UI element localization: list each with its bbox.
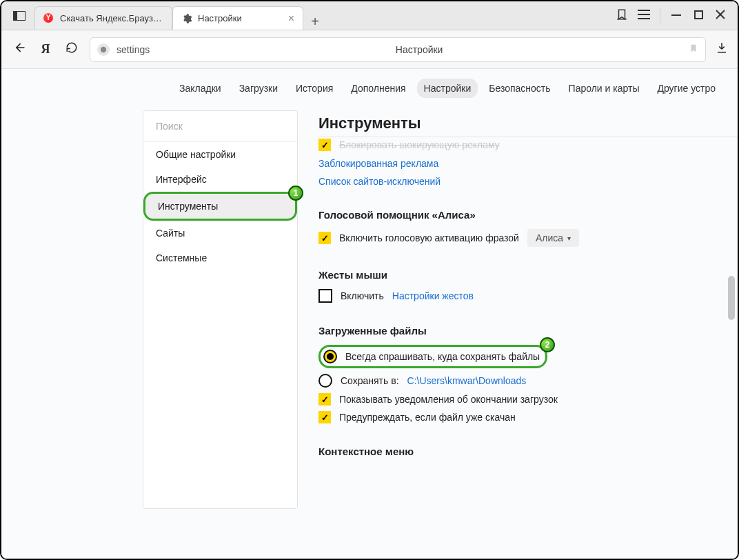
settings-main: Инструменты Блокировать шокирующую рекла… <box>298 108 738 523</box>
nav-bookmarks[interactable]: Закладки <box>172 79 228 98</box>
sidebar-item-interface[interactable]: Интерфейс <box>143 167 297 192</box>
checkbox-warn-dup[interactable] <box>318 411 331 423</box>
svg-rect-5 <box>638 18 650 19</box>
save-to-path-link[interactable]: C:\Users\kmwar\Downloads <box>407 375 527 386</box>
separator <box>660 8 660 23</box>
nav-history[interactable]: История <box>289 79 340 98</box>
address-bar[interactable]: settings Настройки <box>90 37 706 62</box>
radio-always-ask[interactable] <box>323 350 337 363</box>
section-heading-downloads: Загруженные файлы <box>318 325 738 337</box>
block-ads-label: Блокировать шокирующую рекламу <box>339 139 500 150</box>
settings-header-nav: Закладки Загрузки История Дополнения Нас… <box>1 69 738 108</box>
svg-rect-1 <box>13 11 17 21</box>
nav-downloads[interactable]: Загрузки <box>232 79 285 98</box>
nav-security[interactable]: Безопасность <box>482 79 557 98</box>
maximize-button[interactable] <box>692 10 705 21</box>
always-ask-row-highlight: Всегда спрашивать, куда сохранять файлы … <box>318 345 547 368</box>
svg-point-10 <box>101 46 106 52</box>
link-exclusions[interactable]: Список сайтов-исключений <box>318 176 738 187</box>
settings-sidebar: Поиск Общие настройки Интерфейс Инструме… <box>143 110 298 509</box>
warn-dup-label: Предупреждать, если файл уже скачан <box>339 412 516 423</box>
tab-settings[interactable]: Настройки × <box>172 6 303 30</box>
sidebar-search[interactable]: Поиск <box>143 111 297 142</box>
checkbox-checked-icon[interactable] <box>318 139 331 151</box>
minimize-button[interactable] <box>670 10 682 21</box>
svg-rect-6 <box>671 14 681 16</box>
nav-settings[interactable]: Настройки <box>417 79 478 98</box>
url-text: settings <box>117 44 150 55</box>
yandex-favicon: Y <box>43 13 54 24</box>
tab-yandex-download[interactable]: Y Скачать Яндекс.Браузер д <box>34 6 172 30</box>
radio-save-to[interactable] <box>318 374 332 388</box>
svg-rect-3 <box>638 10 650 11</box>
bookmarks-bar-icon[interactable] <box>616 8 628 23</box>
page-title: Инструменты <box>318 114 738 132</box>
sidebar-item-sites[interactable]: Сайты <box>143 221 297 246</box>
sidebar-item-general[interactable]: Общие настройки <box>143 142 297 167</box>
close-icon[interactable]: × <box>288 13 294 24</box>
gear-icon <box>181 13 192 24</box>
sidebar-item-label: Инструменты <box>158 201 218 212</box>
yandex-home-icon[interactable]: Я <box>37 42 54 57</box>
sidebar-toggle-icon[interactable] <box>11 8 28 24</box>
callout-badge-1: 1 <box>288 186 303 201</box>
reload-button[interactable] <box>63 41 80 57</box>
section-heading-mouse: Жесты мыши <box>318 269 738 281</box>
callout-badge-2: 2 <box>540 337 555 352</box>
sidebar-item-system[interactable]: Системные <box>143 246 297 270</box>
save-to-label: Сохранять в: <box>341 375 399 386</box>
tab-title: Настройки <box>198 13 283 23</box>
section-heading-context-menu: Контекстное меню <box>318 446 738 457</box>
block-ads-row: Блокировать шокирующую рекламу <box>318 137 738 151</box>
svg-rect-4 <box>638 14 650 15</box>
link-gesture-settings[interactable]: Настройки жестов <box>392 290 474 301</box>
checkbox-alisa[interactable] <box>318 232 331 244</box>
select-value: Алиса <box>536 232 563 243</box>
sidebar-item-tools[interactable]: Инструменты 1 <box>143 192 297 221</box>
site-info-icon[interactable] <box>97 43 110 56</box>
mouse-enable-label: Включить <box>341 290 384 301</box>
nav-other-devices[interactable]: Другие устро <box>650 79 722 98</box>
new-tab-button[interactable]: + <box>303 14 327 30</box>
checkbox-notify[interactable] <box>318 393 331 406</box>
downloads-icon[interactable] <box>716 41 728 57</box>
always-ask-label: Всегда спрашивать, куда сохранять файлы <box>345 351 540 362</box>
alisa-enable-label: Включить голосовую активацию фразой <box>339 232 519 243</box>
nav-addons[interactable]: Дополнения <box>344 79 412 98</box>
title-bar: Y Скачать Яндекс.Браузер д Настройки × + <box>1 1 738 30</box>
alisa-phrase-select[interactable]: Алиса ▾ <box>527 229 579 247</box>
nav-passwords[interactable]: Пароли и карты <box>562 79 647 98</box>
content: Закладки Загрузки История Дополнения Нас… <box>1 69 738 559</box>
svg-rect-7 <box>695 11 702 19</box>
bookmark-icon[interactable] <box>689 43 698 57</box>
menu-icon[interactable] <box>638 10 650 21</box>
scrollbar-thumb[interactable] <box>728 276 735 320</box>
window-close-button[interactable] <box>714 10 727 21</box>
chevron-down-icon: ▾ <box>567 234 571 242</box>
page-title-center: Настройки <box>156 44 682 55</box>
checkbox-mouse-gestures[interactable] <box>318 289 332 303</box>
tab-title: Скачать Яндекс.Браузер д <box>60 13 163 23</box>
link-blocked-ads[interactable]: Заблокированная реклама <box>318 158 738 169</box>
section-heading-alisa: Голосовой помощник «Алиса» <box>318 209 738 221</box>
back-button[interactable] <box>11 41 28 58</box>
notify-label: Показывать уведомления об окончании загр… <box>339 394 558 405</box>
toolbar: Я settings Настройки <box>1 30 738 69</box>
